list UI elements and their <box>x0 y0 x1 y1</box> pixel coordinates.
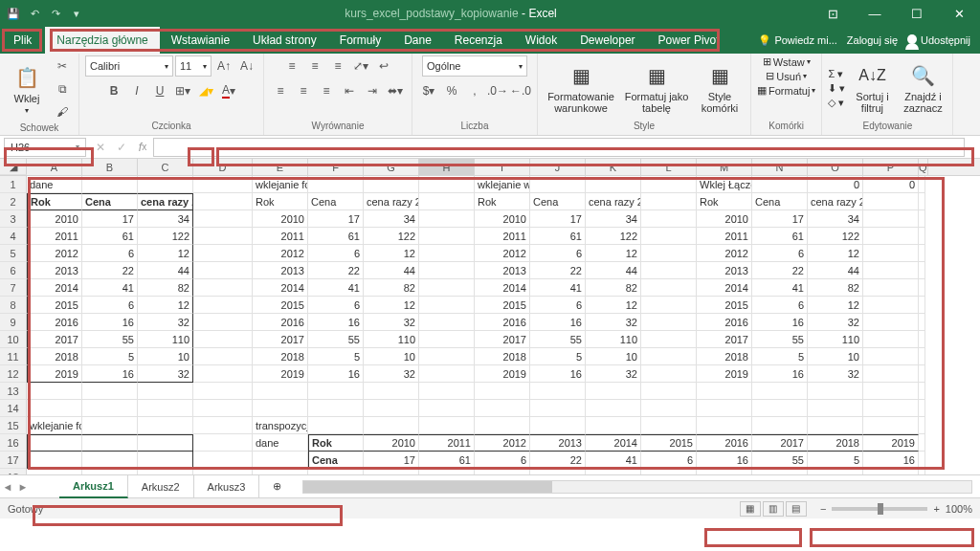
cell[interactable] <box>586 469 641 474</box>
cell[interactable]: 2017 <box>752 434 808 452</box>
cell[interactable] <box>530 469 586 474</box>
format-painter-icon[interactable]: 🖌 <box>52 101 73 122</box>
cell[interactable] <box>808 469 863 474</box>
cell[interactable]: cena razy 2 <box>808 193 863 210</box>
cell[interactable]: 2017 <box>253 331 308 348</box>
cell[interactable]: 10 <box>586 348 641 365</box>
cell[interactable]: 6 <box>530 297 586 314</box>
cell[interactable] <box>919 297 925 314</box>
cell[interactable] <box>475 400 530 417</box>
col-header-P[interactable]: P <box>863 159 919 175</box>
ribbon-options-icon[interactable]: ⊡ <box>812 0 854 27</box>
tab-home[interactable]: Narzędzia główne <box>45 27 159 54</box>
cell[interactable]: 41 <box>530 279 586 297</box>
cell[interactable]: 16 <box>82 314 138 331</box>
normal-view-icon[interactable]: ▦ <box>740 501 761 517</box>
cell[interactable] <box>419 193 475 210</box>
cell[interactable] <box>308 383 364 400</box>
underline-button[interactable]: U <box>149 80 170 101</box>
cell[interactable] <box>697 469 752 474</box>
cell[interactable]: 2019 <box>27 365 82 383</box>
copy-icon[interactable]: ⧉ <box>52 78 73 99</box>
cell[interactable]: 2019 <box>697 365 752 383</box>
cell[interactable]: 32 <box>138 365 193 383</box>
cell[interactable]: 61 <box>82 228 138 245</box>
sheet-nav-prev-icon[interactable]: ◄ <box>0 481 15 493</box>
decrease-indent-icon[interactable]: ⇤ <box>339 80 360 101</box>
cell[interactable] <box>641 193 697 210</box>
cell[interactable] <box>27 452 82 469</box>
row-header[interactable]: 16 <box>0 434 27 452</box>
row-header[interactable]: 15 <box>0 417 27 434</box>
cell[interactable]: 17 <box>308 210 364 228</box>
cell[interactable]: Rok <box>253 193 308 210</box>
row-header[interactable]: 8 <box>0 297 27 314</box>
conditional-format-button[interactable]: ▦Formatowanie warunkowe <box>544 57 618 119</box>
cell[interactable]: 10 <box>364 348 419 365</box>
cell[interactable]: 44 <box>586 262 641 279</box>
italic-button[interactable]: I <box>126 80 147 101</box>
row-header[interactable]: 14 <box>0 400 27 417</box>
align-right-icon[interactable]: ≡ <box>316 80 337 101</box>
cell[interactable] <box>82 417 138 434</box>
cell[interactable] <box>82 400 138 417</box>
cell[interactable]: 61 <box>752 228 808 245</box>
align-bottom-icon[interactable]: ≡ <box>327 55 348 77</box>
cell[interactable] <box>697 383 752 400</box>
sheet-tab-2[interactable]: Arkusz2 <box>128 475 194 498</box>
cell[interactable] <box>253 400 308 417</box>
zoom-in-button[interactable]: + <box>933 503 939 515</box>
row-header[interactable]: 2 <box>0 193 27 210</box>
cell[interactable]: 82 <box>138 279 193 297</box>
cell[interactable]: 2011 <box>697 228 752 245</box>
sheet-nav-next-icon[interactable]: ► <box>15 481 31 493</box>
cell[interactable] <box>863 469 919 474</box>
cell[interactable] <box>641 297 697 314</box>
cell[interactable] <box>863 297 919 314</box>
cell[interactable] <box>308 417 364 434</box>
cell[interactable] <box>308 176 364 193</box>
cell[interactable]: 6 <box>752 245 808 262</box>
cell[interactable] <box>752 400 808 417</box>
cell[interactable] <box>138 469 193 474</box>
row-header[interactable]: 9 <box>0 314 27 331</box>
cell[interactable]: 2014 <box>586 434 641 452</box>
cell[interactable]: 82 <box>808 279 863 297</box>
cell[interactable] <box>364 400 419 417</box>
fill-color-button[interactable]: ◢▾ <box>195 80 216 101</box>
cell[interactable] <box>863 279 919 297</box>
sheet-tab-3[interactable]: Arkusz3 <box>194 475 260 498</box>
cell[interactable]: Cena <box>308 452 364 469</box>
cell[interactable]: 2016 <box>475 314 530 331</box>
cell[interactable] <box>82 469 138 474</box>
wrap-text-icon[interactable]: ↩ <box>373 55 394 77</box>
cell[interactable]: 5 <box>82 348 138 365</box>
tab-data[interactable]: Dane <box>392 27 443 54</box>
cell[interactable]: 6 <box>641 452 697 469</box>
cell[interactable] <box>808 400 863 417</box>
row-header[interactable]: 10 <box>0 331 27 348</box>
cell[interactable]: 12 <box>586 297 641 314</box>
cell[interactable] <box>808 383 863 400</box>
cell[interactable]: 0 <box>808 176 863 193</box>
merge-center-icon[interactable]: ⬌▾ <box>385 80 406 101</box>
align-center-icon[interactable]: ≡ <box>293 80 314 101</box>
cell[interactable]: 6 <box>308 297 364 314</box>
cell[interactable] <box>641 348 697 365</box>
cell[interactable]: 61 <box>308 228 364 245</box>
orientation-icon[interactable]: ⤢▾ <box>350 55 371 77</box>
cell[interactable]: 16 <box>308 365 364 383</box>
tab-developer[interactable]: Deweloper <box>568 27 646 54</box>
row-header[interactable]: 6 <box>0 262 27 279</box>
sheet-tab-1[interactable]: Arkusz1 <box>59 475 128 498</box>
cell[interactable] <box>919 279 925 297</box>
cell[interactable] <box>863 348 919 365</box>
cell[interactable]: 32 <box>364 365 419 383</box>
cell[interactable] <box>364 383 419 400</box>
cell[interactable]: 16 <box>530 365 586 383</box>
col-header-D[interactable]: D <box>193 159 253 175</box>
cell[interactable] <box>419 176 475 193</box>
cell[interactable]: 2013 <box>697 262 752 279</box>
borders-button[interactable]: ⊞▾ <box>172 80 193 101</box>
cell[interactable] <box>253 469 308 474</box>
